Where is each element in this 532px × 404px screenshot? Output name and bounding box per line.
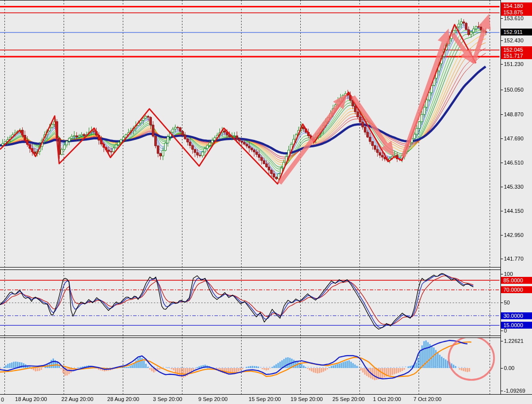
chart-canvas[interactable] (0, 0, 532, 404)
trading-chart-window: 153.610152.430151.230150.050148.870147.6… (0, 0, 532, 404)
